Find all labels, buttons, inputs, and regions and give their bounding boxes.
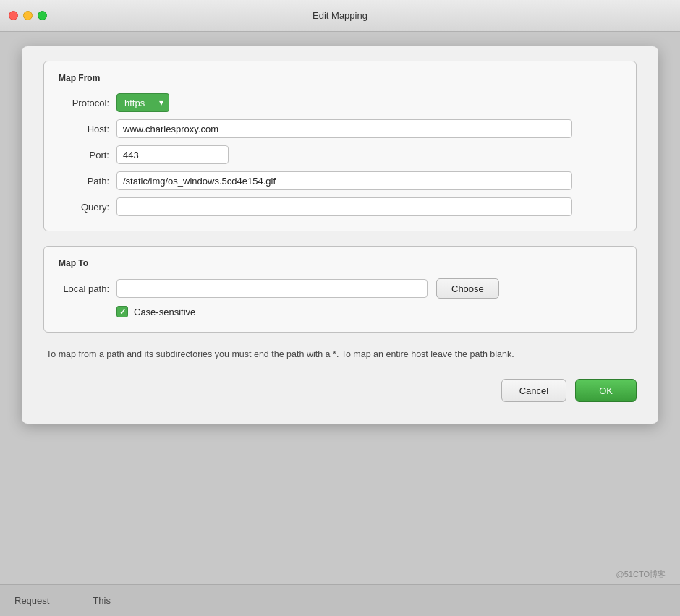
query-label: Query:	[59, 202, 109, 213]
dialog-title: Edit Mapping	[313, 10, 367, 21]
host-label: Host:	[59, 124, 109, 134]
dialog-content: Map From Protocol: https http * Host: Po…	[22, 46, 658, 424]
taskbar-item-2: This	[93, 595, 111, 606]
port-input[interactable]	[116, 145, 229, 164]
cancel-button[interactable]: Cancel	[501, 379, 566, 402]
case-sensitive-checkbox-wrapper[interactable]: Case-sensitive	[116, 306, 195, 317]
protocol-row: Protocol: https http *	[59, 93, 621, 112]
local-path-row: Local path: Choose	[59, 278, 621, 299]
map-to-section: Map To Local path: Choose Case-sensitive	[43, 246, 637, 333]
ok-button[interactable]: OK	[575, 379, 637, 402]
protocol-wrapper: https http *	[116, 93, 169, 112]
case-sensitive-row: Case-sensitive	[116, 306, 621, 317]
window-controls[interactable]	[9, 11, 47, 20]
title-bar: Edit Mapping	[0, 0, 680, 32]
local-path-label: Local path:	[59, 283, 109, 294]
watermark: @51CTO博客	[616, 569, 666, 580]
port-row: Port:	[59, 145, 621, 164]
close-button[interactable]	[9, 11, 18, 20]
host-input[interactable]	[116, 119, 572, 138]
taskbar-item-1: Request	[14, 595, 49, 606]
path-row: Path:	[59, 171, 621, 190]
query-row: Query:	[59, 197, 621, 216]
query-input[interactable]	[116, 197, 572, 216]
taskbar: Request This	[0, 584, 680, 616]
case-sensitive-label: Case-sensitive	[134, 307, 195, 317]
map-from-section: Map From Protocol: https http * Host: Po…	[43, 61, 637, 231]
host-row: Host:	[59, 119, 621, 138]
path-input[interactable]	[116, 171, 572, 190]
local-path-input[interactable]	[116, 279, 428, 298]
case-sensitive-checkbox[interactable]	[116, 306, 128, 317]
port-label: Port:	[59, 150, 109, 161]
minimize-button[interactable]	[23, 11, 33, 20]
path-label: Path:	[59, 176, 109, 187]
map-from-label: Map From	[59, 73, 621, 83]
maximize-button[interactable]	[38, 11, 47, 20]
info-text: To map from a path and its subdirectorie…	[43, 347, 637, 362]
protocol-dropdown-arrow[interactable]	[153, 93, 169, 112]
map-to-label: Map To	[59, 258, 621, 268]
button-row: Cancel OK	[43, 379, 637, 402]
choose-button[interactable]: Choose	[436, 278, 499, 299]
protocol-label: Protocol:	[59, 98, 109, 108]
protocol-select[interactable]: https http *	[116, 93, 153, 112]
